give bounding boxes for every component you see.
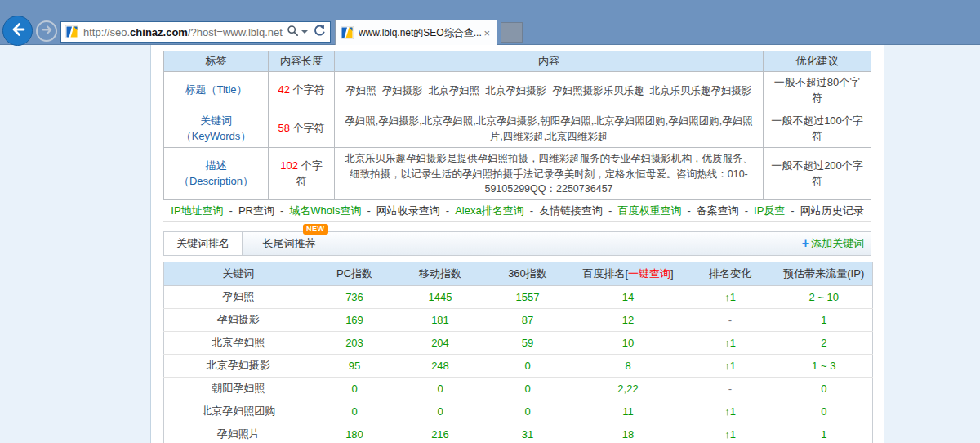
est-traffic-cell: 0 — [776, 400, 873, 423]
360-index-cell: 59 — [484, 331, 572, 354]
mobile-index-cell: 1445 — [397, 285, 484, 308]
360-index-cell: 1557 — [484, 285, 572, 308]
meta-header-tag: 标签 — [164, 51, 269, 72]
est-traffic-cell: 1 — [776, 423, 873, 443]
kw-header-rank-change: 排名变化 — [685, 262, 776, 285]
est-traffic-cell: 0 — [776, 377, 873, 400]
keywords-content: 孕妇照,孕妇摄影,北京孕妇照,北京孕妇摄影,朝阳孕妇照,北京孕妇照团购,孕妇照团… — [335, 110, 764, 148]
rank-change-cell: ↑1 — [685, 331, 776, 354]
keyword-row: 孕妇照 736 1445 1557 14 ↑1 2 ~ 10 — [164, 285, 873, 308]
keyword-row: 孕妇摄影 169 181 87 12 - 1 — [164, 308, 873, 331]
link-friend-links[interactable]: 友情链接查询 — [524, 204, 603, 218]
address-bar[interactable]: http://seo.chinaz.com/?host=www.lblq.net — [60, 21, 331, 43]
kw-header-keyword: 关键词 — [164, 262, 313, 285]
title-char-count: 42 个字符 — [269, 72, 335, 110]
back-button[interactable] — [2, 16, 33, 46]
pc-index-cell: 169 — [313, 308, 397, 331]
link-pr-lookup[interactable]: PR查询 — [224, 204, 274, 218]
quick-links-bar: IP地址查询 PR查询 域名Whois查询 网站收录查询 Alexa排名查询 友… — [163, 200, 871, 222]
back-arrow-icon — [9, 20, 27, 42]
keyword-cell: 北京孕妇照 — [164, 331, 313, 354]
mobile-index-cell: 248 — [397, 354, 484, 377]
link-whois-lookup[interactable]: 域名Whois查询 — [274, 204, 361, 218]
url-text[interactable]: http://seo.chinaz.com/?host=www.lblq.net — [83, 26, 283, 38]
meta-header-content: 内容 — [335, 51, 764, 72]
meta-header-length: 内容长度 — [269, 51, 335, 72]
meta-row-description: 描述（Description） 102 个字符 北京乐贝乐趣孕妇摄影是提供孕妇照… — [164, 148, 871, 199]
meta-row-keywords: 关键词（KeyWords） 58 个字符 孕妇照,孕妇摄影,北京孕妇照,北京孕妇… — [164, 110, 871, 148]
keyword-cell: 北京孕妇摄影 — [164, 354, 313, 377]
link-ip-lookup[interactable]: IP地址查询 — [171, 204, 223, 218]
browser-tab[interactable]: www.lblq.net的SEO综合查... × — [335, 20, 497, 45]
keywords-suggestion: 一般不超过100个字符 — [764, 110, 871, 148]
description-content: 北京乐贝乐趣孕妇摄影是提供孕妇照拍摄，四维彩超服务的专业孕妇摄影机构，优质服务、… — [335, 148, 764, 199]
title-content: 孕妇照_孕妇摄影_北京孕妇照_北京孕妇摄影_孕妇照摄影乐贝乐趣_北京乐贝乐趣孕妇… — [335, 72, 764, 110]
chinaz-favicon-icon — [65, 25, 78, 38]
kw-header-baidu-rank: 百度排名[一键查询] — [572, 262, 685, 285]
mobile-index-cell: 216 — [397, 423, 484, 443]
pc-index-cell: 180 — [313, 423, 397, 443]
link-icp-record[interactable]: 备案查询 — [681, 204, 738, 218]
title-link[interactable]: 标题（Title） — [164, 72, 269, 110]
360-index-cell: 0 — [484, 400, 572, 423]
pc-index-cell: 736 — [313, 285, 397, 308]
seo-meta-table: 标签 内容长度 内容 优化建议 标题（Title） 42 个字符 孕妇照_孕妇摄… — [163, 51, 871, 200]
refresh-icon[interactable] — [313, 24, 326, 40]
mobile-index-cell: 181 — [397, 308, 484, 331]
mobile-index-cell: 204 — [397, 331, 484, 354]
search-dropdown-caret-icon[interactable] — [301, 30, 308, 34]
baidu-rank-cell: 12 — [572, 308, 685, 331]
baidu-rank-cell: 8 — [572, 354, 685, 377]
est-traffic-cell: 1 — [776, 308, 873, 331]
title-suggestion: 一般不超过80个字符 — [764, 72, 871, 110]
kw-header-pc-index: PC指数 — [313, 262, 397, 285]
rank-change-cell: ↑1 — [685, 423, 776, 443]
rank-change-cell: - — [685, 377, 776, 400]
rank-change-cell: ↑1 — [685, 285, 776, 308]
keyword-row: 北京孕妇照团购 0 0 0 11 ↑1 0 — [164, 400, 873, 423]
tab-title: www.lblq.net的SEO综合查... — [359, 26, 482, 40]
tab-close-icon[interactable]: × — [482, 28, 492, 38]
meta-header-row: 标签 内容长度 内容 优化建议 — [164, 51, 871, 72]
link-reverse-ip[interactable]: IP反查 — [739, 204, 786, 218]
link-site-history[interactable]: 网站历史记录 — [785, 204, 863, 218]
baidu-rank-cell: 10 — [572, 331, 685, 354]
keywords-link[interactable]: 关键词（KeyWords） — [164, 110, 269, 148]
baidu-rank-cell: 11 — [572, 400, 685, 423]
pc-index-cell: 0 — [313, 400, 397, 423]
keyword-row: 北京孕妇摄影 95 248 0 8 ↑1 1 ~ 3 — [164, 354, 873, 377]
meta-header-suggestion: 优化建议 — [764, 51, 871, 72]
tab-keyword-ranking[interactable]: 关键词排名 — [164, 232, 243, 255]
link-index-lookup[interactable]: 网站收录查询 — [361, 204, 439, 218]
keyword-row: 北京孕妇照 203 204 59 10 ↑1 2 — [164, 331, 873, 354]
360-index-cell: 0 — [484, 377, 572, 400]
add-keyword-button[interactable]: +添加关键词 — [802, 232, 864, 255]
page-content-column: 标签 内容长度 内容 优化建议 标题（Title） 42 个字符 孕妇照_孕妇摄… — [150, 45, 884, 443]
360-index-cell: 87 — [484, 308, 572, 331]
description-link[interactable]: 描述（Description） — [164, 148, 269, 199]
tab-longtail-suggest[interactable]: 长尾词推荐 — [243, 232, 335, 255]
mobile-index-cell: 0 — [397, 377, 484, 400]
link-alexa-rank[interactable]: Alexa排名查询 — [440, 204, 524, 218]
keyword-cell: 孕妇照片 — [164, 423, 313, 443]
link-baidu-weight[interactable]: 百度权重查询 — [603, 204, 681, 218]
pc-index-cell: 203 — [313, 331, 397, 354]
kw-header-360-index: 360指数 — [484, 262, 572, 285]
kw-header-mobile-index: 移动指数 — [397, 262, 484, 285]
browser-chrome: http://seo.chinaz.com/?host=www.lblq.net… — [0, 0, 980, 45]
keyword-row: 孕妇照片 180 216 31 18 ↑1 1 — [164, 423, 873, 443]
meta-row-title: 标题（Title） 42 个字符 孕妇照_孕妇摄影_北京孕妇照_北京孕妇摄影_孕… — [164, 72, 871, 110]
keyword-cell: 朝阳孕妇照 — [164, 377, 313, 400]
one-click-query-link[interactable]: 一键查询 — [628, 267, 670, 280]
new-badge: NEW — [303, 224, 328, 235]
forward-button[interactable] — [36, 20, 57, 42]
description-suggestion: 一般不超过200个字符 — [764, 148, 871, 199]
new-tab-button[interactable] — [501, 22, 523, 43]
search-icon[interactable] — [287, 25, 299, 40]
tab-favicon-icon — [341, 26, 354, 39]
pc-index-cell: 0 — [313, 377, 397, 400]
360-index-cell: 0 — [484, 354, 572, 377]
baidu-rank-cell: 14 — [572, 285, 685, 308]
rank-change-cell: ↑1 — [685, 400, 776, 423]
description-char-count: 102 个字符 — [269, 148, 335, 199]
